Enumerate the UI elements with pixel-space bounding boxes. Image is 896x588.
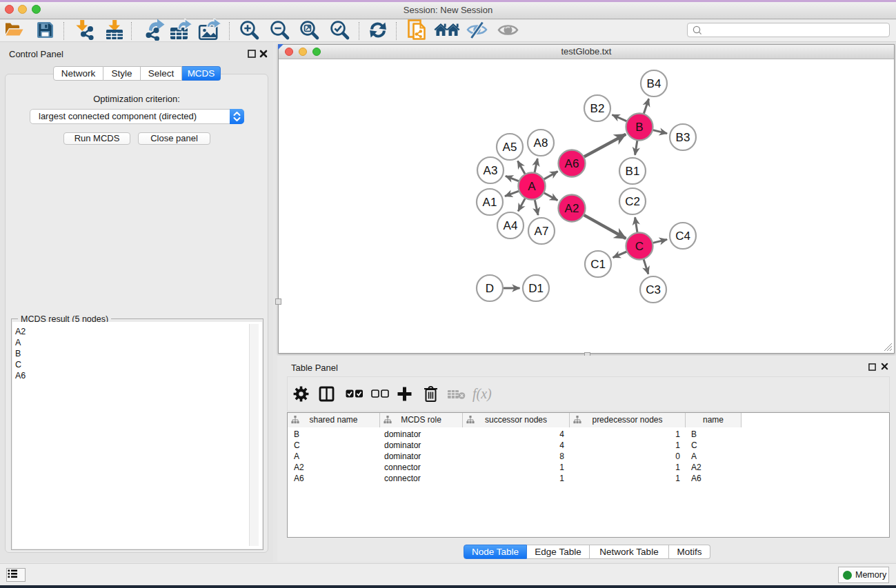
svg-text:C1: C1: [590, 258, 606, 271]
svg-text:B3: B3: [676, 131, 690, 144]
svg-text:B1: B1: [626, 165, 640, 178]
svg-text:A8: A8: [534, 136, 548, 150]
svg-text:A: A: [528, 180, 536, 193]
svg-text:B4: B4: [647, 77, 661, 90]
svg-text:B2: B2: [590, 102, 605, 115]
svg-text:A2: A2: [565, 202, 579, 215]
svg-text:A7: A7: [535, 225, 549, 238]
svg-text:D1: D1: [528, 282, 544, 295]
svg-text:A3: A3: [484, 164, 498, 177]
svg-text:B: B: [635, 121, 643, 134]
svg-text:A1: A1: [483, 196, 497, 209]
svg-text:A6: A6: [565, 157, 579, 170]
svg-text:C4: C4: [675, 230, 690, 243]
svg-text:C: C: [635, 240, 644, 253]
svg-text:C3: C3: [646, 283, 661, 296]
svg-text:D: D: [486, 282, 494, 295]
svg-text:A4: A4: [504, 219, 518, 232]
svg-text:A5: A5: [503, 141, 517, 154]
svg-text:C2: C2: [625, 195, 640, 208]
